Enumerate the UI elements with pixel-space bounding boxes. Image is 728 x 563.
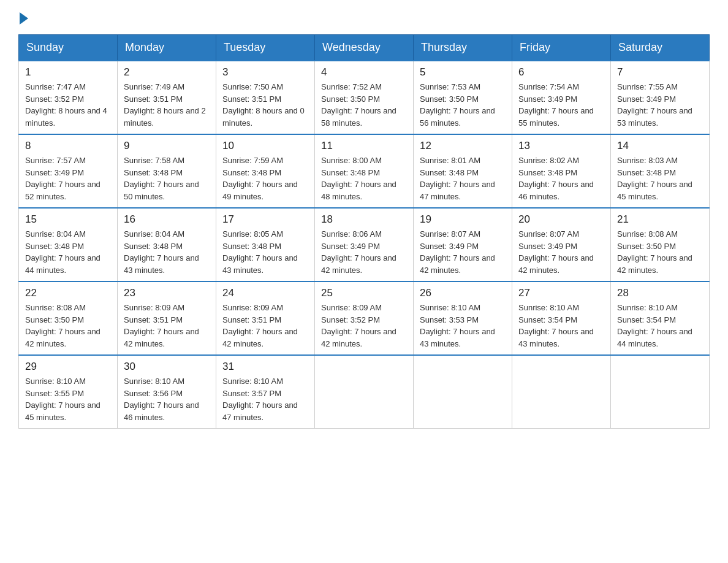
calendar-cell: 1Sunrise: 7:47 AMSunset: 3:52 PMDaylight… bbox=[19, 61, 118, 134]
calendar-cell: 17Sunrise: 8:05 AMSunset: 3:48 PMDayligh… bbox=[216, 208, 315, 282]
day-info: Sunrise: 8:05 AMSunset: 3:48 PMDaylight:… bbox=[222, 228, 308, 276]
day-info: Sunrise: 7:54 AMSunset: 3:49 PMDaylight:… bbox=[518, 81, 604, 129]
calendar-cell: 8Sunrise: 7:57 AMSunset: 3:49 PMDaylight… bbox=[19, 134, 118, 208]
calendar-week-row: 1Sunrise: 7:47 AMSunset: 3:52 PMDaylight… bbox=[19, 61, 710, 134]
calendar-cell: 13Sunrise: 8:02 AMSunset: 3:48 PMDayligh… bbox=[512, 134, 611, 208]
calendar-cell: 18Sunrise: 8:06 AMSunset: 3:49 PMDayligh… bbox=[315, 208, 414, 282]
day-info: Sunrise: 7:49 AMSunset: 3:51 PMDaylight:… bbox=[124, 81, 210, 129]
calendar-cell: 25Sunrise: 8:09 AMSunset: 3:52 PMDayligh… bbox=[315, 282, 414, 355]
day-number: 10 bbox=[222, 140, 308, 152]
calendar-cell: 12Sunrise: 8:01 AMSunset: 3:48 PMDayligh… bbox=[414, 134, 512, 208]
day-number: 22 bbox=[25, 287, 111, 299]
calendar-cell: 7Sunrise: 7:55 AMSunset: 3:49 PMDaylight… bbox=[611, 61, 710, 134]
day-number: 5 bbox=[420, 66, 506, 79]
calendar-cell: 10Sunrise: 7:59 AMSunset: 3:48 PMDayligh… bbox=[216, 134, 315, 208]
day-number: 4 bbox=[321, 66, 407, 79]
day-info: Sunrise: 8:10 AMSunset: 3:54 PMDaylight:… bbox=[617, 302, 703, 350]
calendar-cell: 20Sunrise: 8:07 AMSunset: 3:49 PMDayligh… bbox=[512, 208, 611, 282]
calendar-table: SundayMondayTuesdayWednesdayThursdayFrid… bbox=[18, 34, 710, 429]
day-info: Sunrise: 8:10 AMSunset: 3:55 PMDaylight:… bbox=[25, 375, 111, 423]
calendar-cell bbox=[315, 355, 414, 429]
logo bbox=[18, 12, 28, 23]
day-number: 13 bbox=[518, 140, 604, 152]
day-number: 14 bbox=[617, 140, 703, 152]
calendar-cell: 31Sunrise: 8:10 AMSunset: 3:57 PMDayligh… bbox=[216, 355, 315, 429]
day-number: 26 bbox=[420, 287, 506, 299]
day-number: 30 bbox=[124, 361, 210, 373]
day-info: Sunrise: 8:10 AMSunset: 3:54 PMDaylight:… bbox=[518, 302, 604, 350]
day-number: 19 bbox=[420, 213, 506, 226]
day-info: Sunrise: 8:09 AMSunset: 3:52 PMDaylight:… bbox=[321, 302, 407, 350]
calendar-cell: 3Sunrise: 7:50 AMSunset: 3:51 PMDaylight… bbox=[216, 61, 315, 134]
day-number: 25 bbox=[321, 287, 407, 299]
day-number: 24 bbox=[222, 287, 308, 299]
calendar-cell: 9Sunrise: 7:58 AMSunset: 3:48 PMDaylight… bbox=[118, 134, 216, 208]
calendar-cell: 4Sunrise: 7:52 AMSunset: 3:50 PMDaylight… bbox=[315, 61, 414, 134]
day-info: Sunrise: 8:07 AMSunset: 3:49 PMDaylight:… bbox=[518, 228, 604, 276]
day-info: Sunrise: 8:10 AMSunset: 3:53 PMDaylight:… bbox=[420, 302, 506, 350]
logo-triangle-icon bbox=[20, 12, 28, 25]
page-header bbox=[18, 12, 710, 23]
calendar-cell: 23Sunrise: 8:09 AMSunset: 3:51 PMDayligh… bbox=[118, 282, 216, 355]
calendar-cell: 5Sunrise: 7:53 AMSunset: 3:50 PMDaylight… bbox=[414, 61, 512, 134]
day-info: Sunrise: 8:02 AMSunset: 3:48 PMDaylight:… bbox=[518, 155, 604, 202]
calendar-cell bbox=[611, 355, 710, 429]
calendar-header-row: SundayMondayTuesdayWednesdayThursdayFrid… bbox=[19, 35, 710, 61]
calendar-week-row: 22Sunrise: 8:08 AMSunset: 3:50 PMDayligh… bbox=[19, 282, 710, 355]
day-info: Sunrise: 7:50 AMSunset: 3:51 PMDaylight:… bbox=[222, 81, 308, 129]
day-number: 17 bbox=[222, 213, 308, 226]
column-header-friday: Friday bbox=[512, 35, 611, 61]
day-info: Sunrise: 8:09 AMSunset: 3:51 PMDaylight:… bbox=[124, 302, 210, 350]
calendar-cell: 14Sunrise: 8:03 AMSunset: 3:48 PMDayligh… bbox=[611, 134, 710, 208]
day-info: Sunrise: 8:08 AMSunset: 3:50 PMDaylight:… bbox=[25, 302, 111, 350]
calendar-week-row: 15Sunrise: 8:04 AMSunset: 3:48 PMDayligh… bbox=[19, 208, 710, 282]
day-info: Sunrise: 7:59 AMSunset: 3:48 PMDaylight:… bbox=[222, 155, 308, 202]
column-header-monday: Monday bbox=[118, 35, 216, 61]
day-number: 18 bbox=[321, 213, 407, 226]
calendar-cell: 19Sunrise: 8:07 AMSunset: 3:49 PMDayligh… bbox=[414, 208, 512, 282]
calendar-cell: 21Sunrise: 8:08 AMSunset: 3:50 PMDayligh… bbox=[611, 208, 710, 282]
calendar-cell: 16Sunrise: 8:04 AMSunset: 3:48 PMDayligh… bbox=[118, 208, 216, 282]
day-number: 16 bbox=[124, 213, 210, 226]
day-info: Sunrise: 8:00 AMSunset: 3:48 PMDaylight:… bbox=[321, 155, 407, 202]
calendar-cell: 28Sunrise: 8:10 AMSunset: 3:54 PMDayligh… bbox=[611, 282, 710, 355]
day-number: 6 bbox=[518, 66, 604, 79]
day-number: 21 bbox=[617, 213, 703, 226]
day-info: Sunrise: 8:10 AMSunset: 3:57 PMDaylight:… bbox=[222, 375, 308, 423]
day-number: 20 bbox=[518, 213, 604, 226]
day-number: 2 bbox=[124, 66, 210, 79]
day-number: 15 bbox=[25, 213, 111, 226]
calendar-cell: 2Sunrise: 7:49 AMSunset: 3:51 PMDaylight… bbox=[118, 61, 216, 134]
column-header-saturday: Saturday bbox=[611, 35, 710, 61]
calendar-cell: 22Sunrise: 8:08 AMSunset: 3:50 PMDayligh… bbox=[19, 282, 118, 355]
day-number: 31 bbox=[222, 361, 308, 373]
day-info: Sunrise: 7:53 AMSunset: 3:50 PMDaylight:… bbox=[420, 81, 506, 129]
day-number: 12 bbox=[420, 140, 506, 152]
day-info: Sunrise: 7:52 AMSunset: 3:50 PMDaylight:… bbox=[321, 81, 407, 129]
calendar-cell: 29Sunrise: 8:10 AMSunset: 3:55 PMDayligh… bbox=[19, 355, 118, 429]
day-info: Sunrise: 8:08 AMSunset: 3:50 PMDaylight:… bbox=[617, 228, 703, 276]
day-number: 8 bbox=[25, 140, 111, 152]
day-info: Sunrise: 8:06 AMSunset: 3:49 PMDaylight:… bbox=[321, 228, 407, 276]
day-number: 7 bbox=[617, 66, 703, 79]
calendar-week-row: 8Sunrise: 7:57 AMSunset: 3:49 PMDaylight… bbox=[19, 134, 710, 208]
day-number: 1 bbox=[25, 66, 111, 79]
calendar-cell: 27Sunrise: 8:10 AMSunset: 3:54 PMDayligh… bbox=[512, 282, 611, 355]
column-header-thursday: Thursday bbox=[414, 35, 512, 61]
day-info: Sunrise: 8:01 AMSunset: 3:48 PMDaylight:… bbox=[420, 155, 506, 202]
calendar-week-row: 29Sunrise: 8:10 AMSunset: 3:55 PMDayligh… bbox=[19, 355, 710, 429]
day-number: 29 bbox=[25, 361, 111, 373]
column-header-tuesday: Tuesday bbox=[216, 35, 315, 61]
calendar-cell: 6Sunrise: 7:54 AMSunset: 3:49 PMDaylight… bbox=[512, 61, 611, 134]
day-number: 11 bbox=[321, 140, 407, 152]
day-info: Sunrise: 8:07 AMSunset: 3:49 PMDaylight:… bbox=[420, 228, 506, 276]
day-number: 23 bbox=[124, 287, 210, 299]
day-info: Sunrise: 8:09 AMSunset: 3:51 PMDaylight:… bbox=[222, 302, 308, 350]
day-info: Sunrise: 7:47 AMSunset: 3:52 PMDaylight:… bbox=[25, 81, 111, 129]
calendar-cell bbox=[414, 355, 512, 429]
column-header-sunday: Sunday bbox=[19, 35, 118, 61]
calendar-cell: 30Sunrise: 8:10 AMSunset: 3:56 PMDayligh… bbox=[118, 355, 216, 429]
day-number: 27 bbox=[518, 287, 604, 299]
calendar-cell bbox=[512, 355, 611, 429]
day-number: 9 bbox=[124, 140, 210, 152]
